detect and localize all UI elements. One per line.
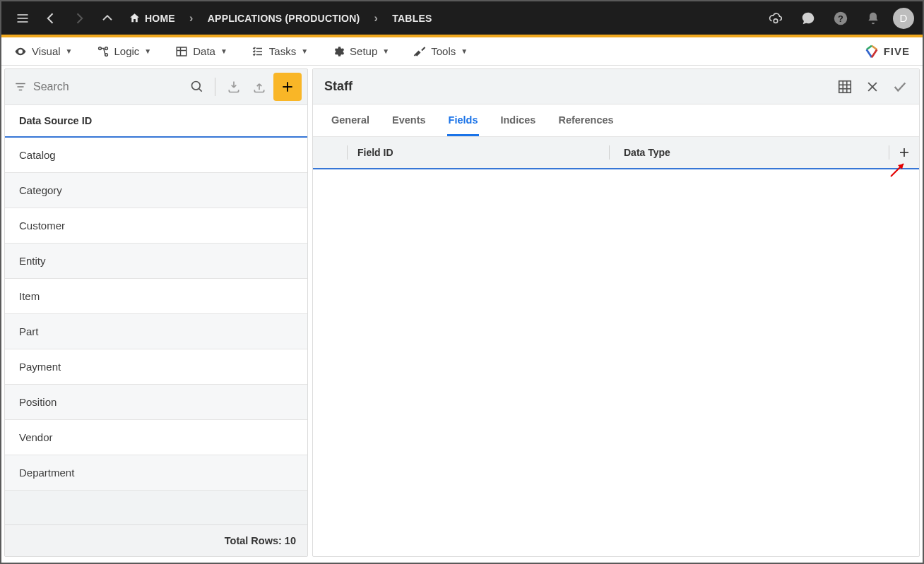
menu-visual-label: Visual bbox=[32, 45, 61, 57]
table-row[interactable]: Item bbox=[5, 279, 307, 314]
svg-point-18 bbox=[192, 82, 201, 90]
right-header: Staff bbox=[313, 69, 919, 104]
table-row[interactable]: Entity bbox=[5, 244, 307, 279]
close-icon[interactable] bbox=[865, 80, 879, 94]
chevron-right-icon: › bbox=[181, 12, 202, 25]
menu-visual[interactable]: Visual▼ bbox=[14, 45, 73, 58]
topbar: HOME › APPLICATIONS (PRODUCTION) › TABLE… bbox=[1, 1, 923, 37]
breadcrumb-home[interactable]: HOME bbox=[123, 12, 181, 24]
breadcrumb-home-label: HOME bbox=[145, 13, 175, 24]
eye-icon bbox=[14, 45, 27, 58]
bell-icon[interactable] bbox=[860, 6, 886, 31]
tools-icon bbox=[413, 45, 426, 58]
chat-icon[interactable] bbox=[795, 6, 821, 31]
table-row[interactable]: Catalog bbox=[5, 138, 307, 173]
menu-logic[interactable]: Logic▼ bbox=[97, 45, 152, 58]
table-row[interactable]: Category bbox=[5, 173, 307, 208]
left-panel: Data Source ID CatalogCategoryCustomerEn… bbox=[4, 68, 308, 557]
menu-tasks[interactable]: Tasks▼ bbox=[251, 45, 308, 58]
filter-icon[interactable] bbox=[11, 80, 30, 93]
add-button[interactable] bbox=[273, 73, 302, 101]
add-field-button[interactable] bbox=[889, 146, 919, 159]
brand-logo: FIVE bbox=[864, 44, 910, 59]
tab-references[interactable]: References bbox=[557, 104, 615, 136]
table-row[interactable]: Part bbox=[5, 314, 307, 349]
plus-icon bbox=[898, 146, 911, 159]
help-icon[interactable]: ? bbox=[828, 6, 853, 31]
breadcrumb: HOME › APPLICATIONS (PRODUCTION) › TABLE… bbox=[123, 12, 438, 25]
fields-header: Field ID Data Type bbox=[313, 137, 919, 169]
triangle-down-icon: ▼ bbox=[220, 47, 227, 55]
divider bbox=[215, 78, 215, 96]
table-row[interactable]: Vendor bbox=[5, 420, 307, 455]
download-icon[interactable] bbox=[223, 80, 245, 94]
cloud-icon[interactable] bbox=[763, 6, 788, 31]
confirm-icon[interactable] bbox=[892, 79, 908, 95]
triangle-down-icon: ▼ bbox=[144, 47, 151, 55]
row-list: CatalogCategoryCustomerEntityItemPartPay… bbox=[5, 138, 307, 491]
triangle-down-icon: ▼ bbox=[461, 47, 468, 55]
forward-icon bbox=[66, 6, 92, 31]
table-icon bbox=[175, 45, 188, 58]
gear-icon bbox=[332, 45, 345, 58]
logic-icon bbox=[97, 45, 109, 58]
svg-rect-9 bbox=[177, 47, 187, 56]
table-row[interactable]: Department bbox=[5, 455, 307, 491]
upload-icon[interactable] bbox=[248, 80, 271, 94]
svg-line-31 bbox=[891, 164, 904, 176]
left-column-header[interactable]: Data Source ID bbox=[5, 104, 307, 138]
svg-point-6 bbox=[98, 47, 101, 49]
col-field-id[interactable]: Field ID bbox=[348, 147, 609, 158]
grid-view-icon[interactable] bbox=[837, 79, 853, 95]
search-input[interactable] bbox=[33, 80, 184, 93]
right-panel: Staff General Events Fields Indices Refe… bbox=[312, 68, 920, 557]
svg-point-8 bbox=[105, 47, 107, 49]
menu-tasks-label: Tasks bbox=[269, 45, 296, 57]
tab-indices[interactable]: Indices bbox=[499, 104, 537, 136]
svg-text:?: ? bbox=[838, 13, 843, 23]
triangle-down-icon: ▼ bbox=[382, 47, 389, 55]
menu-tools[interactable]: Tools▼ bbox=[413, 45, 468, 58]
menu-data[interactable]: Data▼ bbox=[175, 45, 227, 58]
table-row[interactable]: Position bbox=[5, 385, 307, 420]
five-logo-icon bbox=[864, 44, 879, 59]
menu-setup[interactable]: Setup▼ bbox=[332, 45, 389, 58]
svg-marker-32 bbox=[898, 164, 904, 169]
tasks-icon bbox=[251, 45, 264, 58]
search-icon[interactable] bbox=[186, 80, 208, 94]
menu-tools-label: Tools bbox=[431, 45, 456, 57]
triangle-down-icon: ▼ bbox=[301, 47, 308, 55]
tab-events[interactable]: Events bbox=[391, 104, 427, 136]
page-title: Staff bbox=[324, 79, 353, 94]
breadcrumb-tables[interactable]: TABLES bbox=[386, 13, 437, 24]
search-row bbox=[5, 69, 307, 104]
menu-logic-label: Logic bbox=[114, 45, 140, 57]
back-icon[interactable] bbox=[38, 6, 64, 31]
svg-line-19 bbox=[199, 89, 202, 92]
chevron-right-icon: › bbox=[365, 12, 386, 25]
tab-general[interactable]: General bbox=[330, 104, 371, 136]
breadcrumb-apps[interactable]: APPLICATIONS (PRODUCTION) bbox=[202, 13, 366, 24]
brand-label: FIVE bbox=[884, 45, 910, 57]
total-rows: Total Rows: 10 bbox=[5, 524, 307, 556]
arrow-annotation-icon bbox=[888, 160, 908, 179]
tab-fields[interactable]: Fields bbox=[447, 104, 480, 136]
tabs: General Events Fields Indices References bbox=[313, 104, 919, 137]
svg-point-3 bbox=[774, 18, 778, 22]
home-icon bbox=[129, 12, 141, 24]
plus-icon bbox=[280, 80, 295, 94]
table-row[interactable]: Customer bbox=[5, 208, 307, 244]
main-area: Data Source ID CatalogCategoryCustomerEn… bbox=[1, 66, 923, 560]
menu-setup-label: Setup bbox=[350, 45, 377, 57]
menu-data-label: Data bbox=[193, 45, 215, 57]
svg-rect-22 bbox=[839, 80, 851, 92]
triangle-down-icon: ▼ bbox=[66, 47, 73, 55]
up-icon[interactable] bbox=[95, 6, 120, 31]
menu-icon[interactable] bbox=[10, 6, 35, 31]
table-row[interactable]: Payment bbox=[5, 349, 307, 385]
menubar: Visual▼ Logic▼ Data▼ Tasks▼ Setup▼ Tools… bbox=[1, 37, 923, 66]
col-data-type[interactable]: Data Type bbox=[610, 147, 889, 158]
avatar[interactable]: D bbox=[893, 8, 914, 29]
